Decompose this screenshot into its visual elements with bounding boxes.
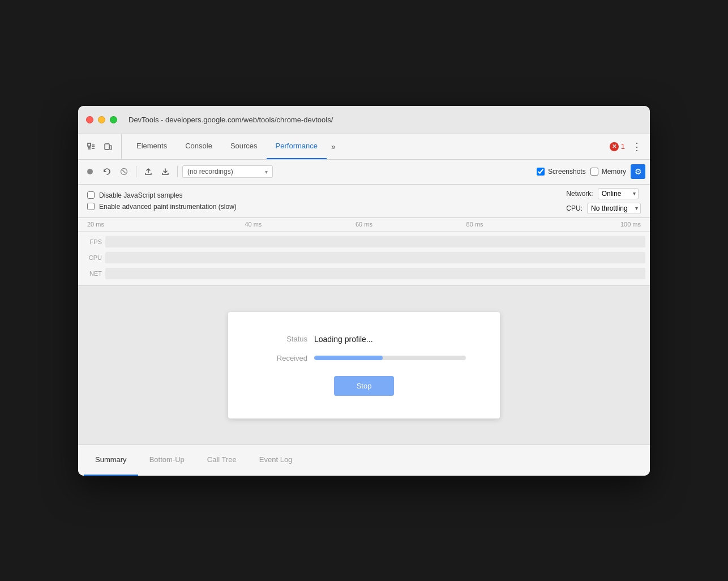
timeline-mark-80: 80 ms (419, 221, 530, 228)
svg-point-3 (87, 169, 93, 174)
memory-checkbox-group: Memory (590, 168, 626, 176)
svg-rect-2 (110, 146, 112, 149)
more-tabs-button[interactable]: » (327, 134, 340, 159)
reload-record-button[interactable] (100, 164, 114, 179)
dropdown-arrow-icon: ▾ (265, 169, 268, 175)
status-label: Status (262, 335, 307, 343)
progress-bar-container (314, 356, 466, 360)
settings-row: Disable JavaScript samples Enable advanc… (78, 185, 650, 218)
cpu-setting: CPU: No throttling 4x slowdown 6x slowdo… (566, 203, 641, 214)
toolbar-right: Screenshots Memory ⚙ (537, 164, 645, 179)
disable-js-checkbox[interactable] (87, 191, 95, 199)
timeline-mark-40: 40 ms (198, 221, 309, 228)
settings-left: Disable JavaScript samples Enable advanc… (87, 191, 237, 211)
maximize-button[interactable] (110, 116, 117, 123)
net-label: NET (83, 270, 105, 277)
cpu-select[interactable]: No throttling 4x slowdown 6x slowdown (587, 203, 641, 214)
tab-icons (84, 134, 122, 159)
tab-console[interactable]: Console (176, 134, 221, 159)
title-bar: DevTools - developers.google.com/web/too… (78, 106, 650, 134)
tab-bar: Elements Console Sources Performance » ✕… (78, 134, 650, 160)
clear-button[interactable] (117, 164, 131, 179)
error-circle: ✕ (610, 142, 619, 151)
status-row: Status Loading profile... (262, 335, 466, 344)
tab-performance[interactable]: Performance (267, 134, 327, 159)
error-badge[interactable]: ✕ 1 (610, 142, 625, 151)
timeline-ruler: 20 ms 40 ms 60 ms 80 ms 100 ms (78, 218, 650, 232)
network-setting: Network: Online Fast 3G Slow 3G Offline (566, 188, 641, 199)
traffic-lights (86, 116, 117, 123)
bottom-tab-bottom-up[interactable]: Bottom-Up (138, 445, 196, 476)
main-tabs: Elements Console Sources Performance » (127, 134, 340, 159)
devtools-window: DevTools - developers.google.com/web/too… (78, 106, 650, 476)
recordings-dropdown[interactable]: (no recordings) ▾ (182, 165, 273, 178)
timeline-mark-60: 60 ms (309, 221, 419, 228)
bottom-tabs: Summary Bottom-Up Call Tree Event Log (78, 445, 650, 476)
toolbar-divider-2 (177, 166, 178, 177)
device-toggle-icon[interactable] (101, 139, 115, 154)
disable-js-label: Disable JavaScript samples (99, 191, 182, 199)
bottom-tab-call-tree[interactable]: Call Tree (196, 445, 248, 476)
inspect-icon[interactable] (84, 139, 99, 154)
cpu-track-content (105, 252, 645, 263)
enable-paint-checkbox[interactable] (87, 203, 95, 210)
stop-button[interactable]: Stop (334, 376, 395, 396)
toolbar-divider-1 (136, 166, 136, 177)
network-select-wrapper: Online Fast 3G Slow 3G Offline (598, 188, 639, 199)
tab-spacer (340, 134, 610, 159)
cpu-select-wrapper: No throttling 4x slowdown 6x slowdown (587, 203, 641, 214)
download-button[interactable] (158, 164, 173, 179)
fps-label: FPS (83, 238, 105, 245)
bottom-tab-event-log[interactable]: Event Log (248, 445, 304, 476)
timeline-mark-20: 20 ms (87, 221, 198, 228)
received-row: Received (262, 354, 466, 362)
close-button[interactable] (86, 116, 93, 123)
received-label: Received (262, 354, 307, 362)
main-area: Status Loading profile... Received Stop (78, 286, 650, 445)
fps-track: FPS (78, 234, 650, 250)
screenshots-checkbox[interactable] (537, 168, 545, 176)
fps-track-content (105, 236, 645, 247)
screenshots-checkbox-group: Screenshots (537, 168, 586, 176)
upload-button[interactable] (141, 164, 156, 179)
performance-toolbar: (no recordings) ▾ Screenshots Memory ⚙ (78, 160, 650, 185)
network-label: Network: (566, 190, 593, 198)
timeline: 20 ms 40 ms 60 ms 80 ms 100 ms FPS CPU N… (78, 218, 650, 286)
enable-paint-label: Enable advanced paint instrumentation (s… (99, 203, 237, 211)
timeline-mark-100: 100 ms (530, 221, 641, 228)
memory-checkbox[interactable] (590, 168, 598, 176)
timeline-tracks: FPS CPU NET (78, 232, 650, 284)
cpu-track: CPU (78, 250, 650, 266)
tab-elements[interactable]: Elements (127, 134, 176, 159)
network-select[interactable]: Online Fast 3G Slow 3G Offline (598, 188, 639, 199)
loading-dialog: Status Loading profile... Received Stop (228, 312, 500, 418)
progress-bar-fill (314, 356, 383, 360)
bottom-tab-summary[interactable]: Summary (84, 445, 138, 476)
net-track: NET (78, 266, 650, 281)
memory-label: Memory (602, 168, 626, 176)
tab-right: ✕ 1 ⋮ (610, 134, 644, 159)
disable-js-setting: Disable JavaScript samples (87, 191, 237, 199)
screenshots-label: Screenshots (548, 168, 586, 176)
capture-settings-button[interactable]: ⚙ (631, 164, 645, 179)
settings-right: Network: Online Fast 3G Slow 3G Offline … (566, 188, 641, 214)
tab-sources[interactable]: Sources (221, 134, 267, 159)
svg-line-5 (122, 170, 126, 173)
svg-rect-0 (88, 143, 91, 146)
cpu-label: CPU (83, 254, 105, 261)
enable-paint-setting: Enable advanced paint instrumentation (s… (87, 203, 237, 211)
timeline-marks: 20 ms 40 ms 60 ms 80 ms 100 ms (78, 221, 650, 228)
window-title: DevTools - developers.google.com/web/too… (129, 116, 333, 124)
svg-rect-1 (105, 144, 109, 149)
record-button[interactable] (83, 164, 97, 179)
minimize-button[interactable] (98, 116, 105, 123)
devtools-menu-button[interactable]: ⋮ (629, 140, 644, 153)
cpu-label: CPU: (566, 204, 583, 212)
net-track-content (105, 268, 645, 279)
status-value: Loading profile... (314, 335, 373, 344)
